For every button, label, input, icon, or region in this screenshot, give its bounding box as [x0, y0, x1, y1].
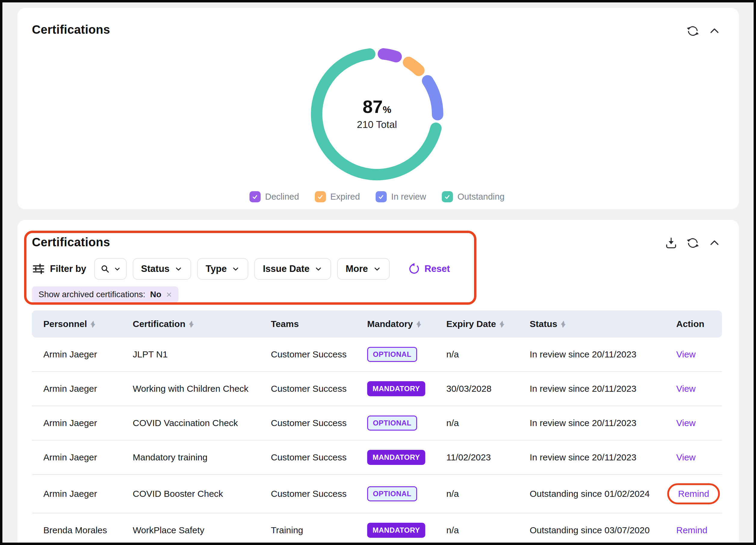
view-link[interactable]: View [676, 384, 696, 394]
cell-mandatory: MANDATORY [367, 450, 446, 465]
table-row: Armin Jaeger JLPT N1 Customer Success OP… [32, 338, 722, 372]
certifications-chart-card: Certifications 87% [17, 8, 739, 209]
view-link[interactable]: View [676, 452, 696, 462]
remind-link[interactable]: Remind [676, 525, 707, 535]
column-header-label: Mandatory [367, 319, 413, 329]
legend-item-outstanding[interactable]: Outstanding [442, 191, 504, 202]
table-row: Armin Jaeger Mandatory training Customer… [32, 441, 722, 475]
cell-certification: JLPT N1 [133, 349, 271, 360]
cell-action: View [676, 418, 722, 428]
filter-dropdown-type[interactable]: Type [197, 258, 248, 280]
cell-certification: WorkPlace Safety [133, 525, 271, 535]
donut-segment-declined[interactable] [383, 54, 396, 57]
cell-expiry-date: n/a [446, 418, 530, 428]
cell-certification: Working with Children Check [133, 384, 271, 394]
cell-mandatory: MANDATORY [367, 523, 446, 538]
reset-filters-button[interactable]: Reset [408, 262, 450, 275]
cell-certification: COVID Booster Check [133, 489, 271, 499]
filter-dropdown-status[interactable]: Status [133, 258, 191, 280]
legend-checkbox[interactable] [376, 191, 387, 202]
cell-teams: Training [271, 525, 367, 535]
cell-expiry-date: n/a [446, 525, 530, 535]
remind-link[interactable]: Remind [678, 489, 709, 499]
check-icon [377, 193, 385, 200]
chart-card-actions [686, 24, 721, 38]
search-filter-button[interactable] [94, 258, 127, 280]
table-row: Brenda Morales WorkPlace Safety Training… [32, 513, 722, 545]
column-header-label: Certification [133, 319, 185, 329]
legend-checkbox[interactable] [442, 191, 453, 202]
legend-item-declined[interactable]: Declined [249, 191, 299, 202]
sort-icon[interactable]: ▲▼ [500, 321, 503, 327]
close-icon[interactable]: × [166, 290, 172, 299]
chevron-down-icon [174, 265, 183, 273]
filter-dropdown-label: More [345, 263, 368, 274]
cell-teams: Customer Success [271, 349, 367, 360]
cell-teams: Customer Success [271, 452, 367, 463]
column-header-teams: Teams [271, 319, 367, 329]
chevron-down-icon [113, 265, 121, 273]
cell-status: In review since 20/11/2023 [530, 384, 676, 394]
column-header-expiry-date: Expiry Date ▲▼ [446, 319, 530, 329]
filter-row: Filter by Status Type Issue Date [32, 258, 722, 280]
donut-svg [308, 45, 446, 183]
cell-teams: Customer Success [271, 384, 367, 394]
cell-personnel: Armin Jaeger [32, 349, 133, 360]
view-link[interactable]: View [676, 418, 696, 428]
filter-dropdown-more[interactable]: More [337, 258, 389, 280]
table-body: Armin Jaeger JLPT N1 Customer Success OP… [32, 338, 722, 545]
filter-by-label: Filter by [32, 262, 86, 276]
legend-checkbox[interactable] [315, 191, 326, 202]
sort-icon[interactable]: ▲▼ [417, 321, 420, 327]
legend-label: In review [391, 192, 426, 202]
filter-dropdown-label: Status [141, 263, 170, 274]
donut-segment-expired[interactable] [408, 62, 419, 70]
donut-segment-in-review[interactable] [427, 81, 437, 115]
sort-icon[interactable]: ▲▼ [189, 321, 193, 327]
chevron-down-icon [314, 265, 323, 273]
cell-expiry-date: n/a [446, 489, 530, 499]
filter-dropdown-label: Issue Date [263, 263, 309, 274]
refresh-icon[interactable] [686, 236, 700, 250]
cell-action: Remind [676, 483, 722, 504]
cell-teams: Customer Success [271, 489, 367, 499]
mandatory-badge: OPTIONAL [367, 416, 417, 431]
cell-status: Outstanding since 01/02/2024 [530, 489, 676, 499]
refresh-icon[interactable] [686, 24, 700, 38]
archived-certifications-chip[interactable]: Show archived certifications: No × [32, 287, 178, 303]
mandatory-badge: MANDATORY [367, 450, 425, 465]
cell-mandatory: OPTIONAL [367, 347, 446, 362]
column-header-personnel: Personnel ▲▼ [32, 319, 133, 329]
legend-checkbox[interactable] [249, 191, 261, 202]
cell-expiry-date: n/a [446, 349, 530, 360]
filter-dropdown-issue-date[interactable]: Issue Date [254, 258, 331, 280]
column-header-label: Personnel [43, 319, 87, 329]
table-row: Armin Jaeger COVID Vaccination Check Cus… [32, 406, 722, 441]
check-icon [317, 193, 324, 200]
column-header-label: Status [530, 319, 557, 329]
legend-item-in-review[interactable]: In review [376, 191, 426, 202]
legend-label: Expired [330, 192, 360, 202]
column-header-status: Status ▲▼ [530, 319, 676, 329]
sort-icon[interactable]: ▲▼ [91, 321, 95, 327]
cell-certification: Mandatory training [133, 452, 271, 463]
cell-personnel: Armin Jaeger [32, 418, 133, 428]
cell-personnel: Armin Jaeger [32, 384, 133, 394]
cell-personnel: Brenda Morales [32, 525, 133, 535]
download-icon[interactable] [664, 236, 678, 250]
legend-item-expired[interactable]: Expired [315, 191, 360, 202]
chart-legend: Declined Expired In review Outstanding [32, 191, 722, 202]
cell-expiry-date: 11/02/2023 [446, 452, 530, 463]
sort-icon[interactable]: ▲▼ [561, 321, 565, 327]
sliders-icon [32, 262, 45, 276]
table-row: Armin Jaeger Working with Children Check… [32, 372, 722, 406]
table-header-row: Personnel ▲▼ Certification ▲▼ Teams Mand… [32, 311, 722, 338]
table-card-actions [664, 236, 721, 250]
table-card-title: Certifications [32, 235, 722, 249]
chip-value: No [150, 290, 161, 299]
filter-dropdown-label: Type [206, 263, 227, 274]
chevron-up-icon[interactable] [708, 236, 721, 250]
view-link[interactable]: View [676, 349, 696, 359]
chevron-up-icon[interactable] [708, 24, 721, 38]
mandatory-badge: OPTIONAL [367, 347, 417, 362]
